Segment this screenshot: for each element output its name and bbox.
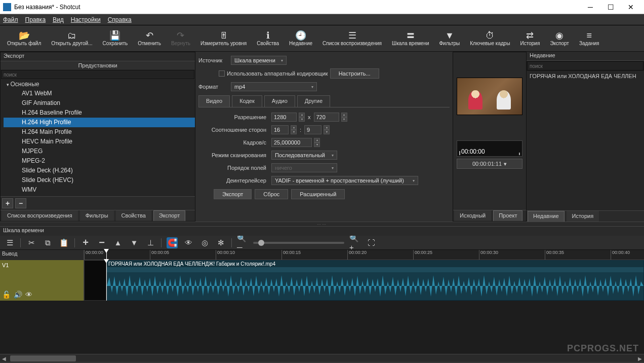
add-icon[interactable]: + xyxy=(80,237,91,248)
rtab-История[interactable]: История xyxy=(567,211,599,222)
hw-configure-button[interactable]: Настроить... xyxy=(330,68,379,79)
timeline-ruler[interactable]: 00:00:0000:00:0500:00:1000:00:1500:00:20… xyxy=(84,250,644,260)
tb-Ключевые кадры[interactable]: ⏱Ключевые кадры xyxy=(465,26,515,51)
preset-item[interactable]: H.264 High Profile xyxy=(4,118,195,127)
preset-list[interactable]: ОсновныеAV1 WebMGIF AnimationH.264 Basel… xyxy=(1,80,195,196)
tb-Сохранить[interactable]: 💾Сохранить xyxy=(98,26,133,51)
tab-Список воспроизведения[interactable]: Список воспроизведения xyxy=(2,210,78,221)
timeline-scrollbar[interactable]: ◀ ▶ xyxy=(0,354,644,362)
etab-Кодек[interactable]: Кодек xyxy=(232,95,262,107)
scroll-left-icon[interactable]: ◀ xyxy=(0,354,8,362)
track-body[interactable]: ГОРЯЧАЯ или ХОЛОДНАЯ ЕДА ЧЕЛЛЕНДЖ! Габар… xyxy=(84,260,644,301)
format-combo[interactable]: mp4 xyxy=(231,82,317,91)
preset-item[interactable]: GIF Animation xyxy=(4,98,195,108)
tb-Задания[interactable]: ≡Задания xyxy=(574,26,605,51)
maximize-button[interactable]: ☐ xyxy=(600,0,621,14)
ripple-all-icon[interactable]: ✻ xyxy=(215,237,226,248)
video-clip[interactable]: ГОРЯЧАЯ или ХОЛОДНАЯ ЕДА ЧЕЛЛЕНДЖ! Габар… xyxy=(106,260,644,301)
paste-icon[interactable]: 📋 xyxy=(58,237,69,248)
tb-Открыть другой...[interactable]: 🗂Открыть другой... xyxy=(46,26,97,51)
ptab-Проект[interactable]: Проект xyxy=(493,210,522,221)
splitter[interactable]: ⋯⋯ xyxy=(0,222,644,227)
tb-Открыть файл[interactable]: 📂Открыть файл xyxy=(2,26,46,51)
tb-История[interactable]: ⇄История xyxy=(515,26,545,51)
zoom-slider[interactable] xyxy=(253,242,344,244)
minimize-button[interactable]: ─ xyxy=(580,0,600,14)
menu-Файл[interactable]: Файл xyxy=(3,16,18,23)
overwrite-icon[interactable]: ▼ xyxy=(129,237,140,248)
copy-icon[interactable]: ⧉ xyxy=(42,237,53,248)
etab-Видео[interactable]: Видео xyxy=(198,95,230,107)
menu-Вид[interactable]: Вид xyxy=(53,16,64,23)
close-button[interactable]: ✕ xyxy=(621,0,641,14)
rtab-Недавние[interactable]: Недавние xyxy=(528,211,565,222)
zoom-fit-icon[interactable]: ⛶ xyxy=(366,237,377,248)
snap-icon[interactable]: 🧲 xyxy=(167,237,178,248)
fps-input[interactable]: 25,000000 xyxy=(271,138,312,147)
preset-group[interactable]: Основные xyxy=(4,80,195,89)
tb-Вернуть[interactable]: ↷Вернуть xyxy=(166,26,195,51)
ar-h-input[interactable]: 9 xyxy=(304,125,321,134)
ar-w-input[interactable]: 16 xyxy=(271,125,289,134)
tb-Недавние[interactable]: 🕘Недавние xyxy=(284,26,317,51)
tb-Экспорт[interactable]: ◉Экспорт xyxy=(545,26,574,51)
tb-Измеритель уровня[interactable]: 🎚Измеритель уровня xyxy=(195,26,252,51)
remove-icon[interactable]: − xyxy=(96,237,107,248)
tb-Фильтры[interactable]: ▼Фильтры xyxy=(434,26,465,51)
cut-icon[interactable]: ✂ xyxy=(26,237,37,248)
ptab-Исходный[interactable]: Исходный xyxy=(454,210,491,221)
tb-Отменить[interactable]: ↶Отменить xyxy=(133,26,166,51)
advanced-button[interactable]: Расширенный xyxy=(291,189,345,199)
zoom-in-icon[interactable]: 🔍+ xyxy=(349,237,360,248)
remove-preset-button[interactable]: − xyxy=(15,198,26,208)
mute-icon[interactable]: 🔊 xyxy=(14,291,22,299)
tab-Фильтры[interactable]: Фильтры xyxy=(80,210,114,221)
preset-item[interactable]: HEVC Main Profile xyxy=(4,137,195,147)
res-w-input[interactable]: 1280 xyxy=(271,113,297,122)
etab-Другие[interactable]: Другие xyxy=(297,95,330,107)
preset-item[interactable]: WMV xyxy=(4,185,195,195)
track-header[interactable]: V1 🔓 🔊 👁 xyxy=(0,260,84,301)
hide-icon[interactable]: 👁 xyxy=(25,291,32,299)
recent-list[interactable]: ГОРЯЧАЯ или ХОЛОДНАЯ ЕДА ЧЕЛЛЕН xyxy=(527,71,644,210)
preset-item[interactable]: MJPEG xyxy=(4,147,195,156)
tb-Шкала времени[interactable]: 〓Шкала времени xyxy=(387,26,434,51)
scan-combo[interactable]: Последовательный xyxy=(271,151,337,160)
preview-thumbnail[interactable] xyxy=(457,78,522,115)
preset-item[interactable]: AV1 WebM xyxy=(4,89,195,98)
etab-Аудио[interactable]: Аудио xyxy=(264,95,295,107)
menu-Настройки[interactable]: Настройки xyxy=(71,16,101,23)
zoom-out-icon[interactable]: 🔍─ xyxy=(237,237,248,248)
tab-Свойства[interactable]: Свойства xyxy=(116,210,151,221)
deint-combo[interactable]: YADIF - временной + пространственный (лу… xyxy=(271,176,418,185)
source-combo[interactable]: Шкала времени xyxy=(231,56,287,65)
preset-item[interactable]: Slide Deck (H.264) xyxy=(4,166,195,175)
add-preset-button[interactable]: + xyxy=(2,198,13,208)
split-icon[interactable]: ⊥ xyxy=(145,237,156,248)
scroll-right-icon[interactable]: ▶ xyxy=(636,354,644,362)
scrub-icon[interactable]: 👁 xyxy=(183,237,194,248)
res-h-input[interactable]: 720 xyxy=(314,113,339,122)
tb-Свойства[interactable]: ℹСвойства xyxy=(252,26,284,51)
lift-icon[interactable]: ▲ xyxy=(112,237,124,248)
blank-clip[interactable] xyxy=(84,260,106,301)
ripple-icon[interactable]: ◎ xyxy=(199,237,210,248)
export-button[interactable]: Экспорт xyxy=(214,189,252,199)
timecode-value[interactable]: 00:00:01:11▾ xyxy=(457,159,522,169)
recent-search-input[interactable] xyxy=(527,61,643,70)
tl-menu-icon[interactable]: ☰ xyxy=(4,237,15,248)
scroll-thumb[interactable] xyxy=(10,355,76,361)
hw-encoder-checkbox[interactable] xyxy=(219,70,225,77)
empty-tracks-area[interactable] xyxy=(0,301,644,354)
preset-item[interactable]: H.264 Baseline Profile xyxy=(4,108,195,118)
menu-Справка[interactable]: Справка xyxy=(108,16,132,23)
tb-Список воспроизведения[interactable]: ☰Список воспроизведения xyxy=(317,26,387,51)
preset-search-input[interactable] xyxy=(1,70,194,79)
preset-item[interactable]: MPEG-2 xyxy=(4,156,195,166)
recent-item[interactable]: ГОРЯЧАЯ или ХОЛОДНАЯ ЕДА ЧЕЛЛЕН xyxy=(529,72,642,80)
lock-icon[interactable]: 🔓 xyxy=(2,291,11,299)
reset-button[interactable]: Сброс xyxy=(255,189,288,199)
tab-Экспорт[interactable]: Экспорт xyxy=(153,210,185,221)
preset-item[interactable]: Slide Deck (HEVC) xyxy=(4,175,195,185)
menu-Правка[interactable]: Правка xyxy=(25,16,46,23)
